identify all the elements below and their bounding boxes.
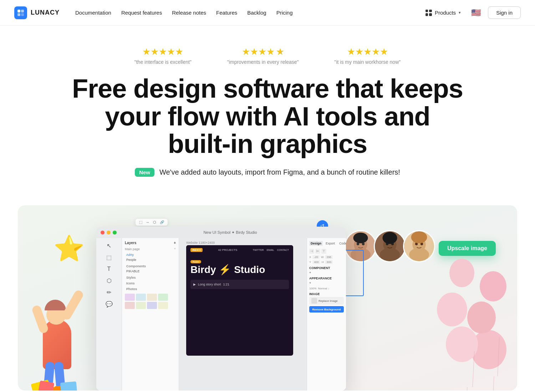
design-panel: Design Export Code ⊣ ⊢ ⊤ X xyxy=(307,238,346,391)
review-2: ★★★★★★ "improvements in every release" xyxy=(227,47,299,65)
face-circles-row xyxy=(347,230,435,262)
layer-pikable-text: PIKABLE xyxy=(126,269,140,273)
review-text-2: "improvements in every release" xyxy=(227,59,299,65)
add-page-button[interactable]: + xyxy=(174,247,176,251)
sidebar-panel: ↖ ⬚ T ⬡ ✏ 💬 xyxy=(96,238,122,391)
blend-value: Normal ↓ xyxy=(318,287,329,290)
projects-count: 42 PROJECTS xyxy=(218,248,238,252)
paper-blue xyxy=(60,381,77,391)
add-layer-button[interactable]: + xyxy=(174,241,176,245)
review-text-1: "the interface is excellent" xyxy=(134,59,192,65)
sidebar-frame[interactable]: ⬚ xyxy=(98,253,120,262)
image-thumb xyxy=(311,298,317,304)
align-buttons: ⊣ ⊢ ⊤ xyxy=(309,249,344,254)
h-value[interactable]: 300 xyxy=(325,260,332,264)
appearance-add-btn[interactable]: + xyxy=(309,281,311,285)
replace-image-label[interactable]: Replace Image xyxy=(319,299,338,303)
y-value[interactable]: 400 xyxy=(312,260,320,264)
titlebar-maximize[interactable] xyxy=(113,231,117,234)
hero-subtext: We've added auto layouts, import from Fi… xyxy=(159,168,400,176)
thumb-4 xyxy=(158,294,168,301)
reviews-row: ★★★★★ "the interface is excellent" ★★★★★… xyxy=(68,47,467,65)
sidebar-text[interactable]: T xyxy=(98,264,120,274)
design-tabs: Design Export Code xyxy=(309,241,344,246)
stars-3: ★★★★★ xyxy=(347,47,388,56)
products-grid-icon xyxy=(426,10,432,16)
component-add-btn[interactable]: + xyxy=(309,271,311,274)
thumb-7 xyxy=(147,302,157,309)
nav-links: Documentation Request features Release n… xyxy=(75,10,411,16)
language-flag[interactable]: 🇺🇸 xyxy=(470,9,482,17)
face-circle-3 xyxy=(403,230,435,262)
sign-in-button[interactable]: Sign in xyxy=(488,6,521,19)
chevron-down-icon: ▾ xyxy=(459,10,461,15)
svg-rect-1 xyxy=(21,10,24,12)
layer-people[interactable]: People xyxy=(125,257,176,262)
logo-icon xyxy=(14,6,27,19)
image-section-label: IMAGE xyxy=(309,292,344,296)
appearance-section-label: APPEARANCE xyxy=(309,277,344,280)
thumb-2 xyxy=(136,294,146,301)
toolbar-icon-3: ⬡ xyxy=(153,220,156,224)
align-center-btn[interactable]: ⊢ xyxy=(315,249,320,254)
x-value[interactable]: -20 xyxy=(312,255,320,259)
play-icon[interactable]: ▶ xyxy=(193,283,196,286)
nav-docs[interactable]: Documentation xyxy=(75,10,111,16)
component-add-row: + xyxy=(309,271,344,274)
svg-line-22 xyxy=(465,387,467,391)
svg-point-9 xyxy=(353,233,368,243)
video-time: 1:21 xyxy=(223,283,230,286)
layer-adrty[interactable]: Adrty xyxy=(125,252,176,257)
cursor-icon: ↖ xyxy=(107,242,111,249)
nav-features[interactable]: Features xyxy=(216,10,237,16)
align-right-btn[interactable]: ⊤ xyxy=(321,249,326,254)
app-window: New UI Symbol ✦ Birdy Studio ↖ ⬚ T ⬡ xyxy=(96,227,346,391)
email-link: EMAIL xyxy=(267,249,274,251)
nav-request[interactable]: Request features xyxy=(121,10,162,16)
nav-pricing[interactable]: Pricing xyxy=(276,10,293,16)
tab-code[interactable]: Code xyxy=(338,241,346,246)
w-value[interactable]: 396 xyxy=(325,255,332,259)
layer-pikable[interactable]: PIKABLE xyxy=(125,269,176,274)
toolbar-icon-2: ↔ xyxy=(146,220,149,224)
align-left-btn[interactable]: ⊣ xyxy=(309,249,314,254)
products-button[interactable]: Products ▾ xyxy=(423,8,464,17)
logo[interactable]: LUNACY xyxy=(14,6,60,19)
website-topbar: INDEX 42 PROJECTS TWITTER EMAIL CONTACT xyxy=(186,245,293,255)
studio-text: Studio xyxy=(234,264,265,275)
remove-bg-button[interactable]: Remove Background xyxy=(309,306,344,313)
sidebar-comment[interactable]: 💬 xyxy=(98,299,120,309)
sidebar-pen[interactable]: ✏ xyxy=(98,288,120,297)
thumb-8 xyxy=(158,302,168,309)
sidebar-shape[interactable]: ⬡ xyxy=(98,276,120,285)
thumb-1 xyxy=(125,294,135,301)
titlebar-close[interactable] xyxy=(101,231,105,234)
nav-backlog[interactable]: Backlog xyxy=(247,10,266,16)
remove-bg-label: Remove Background xyxy=(312,308,341,311)
layers-header: Layers + xyxy=(125,241,176,245)
review-3: ★★★★★ "it is my main workhorse now" xyxy=(334,47,401,65)
svg-rect-3 xyxy=(21,13,24,16)
review-text-3: "it is my main workhorse now" xyxy=(334,59,401,65)
nav-release[interactable]: Release notes xyxy=(172,10,206,16)
stars-2: ★★★★★★ xyxy=(242,47,284,56)
shape-icon: ⬡ xyxy=(107,277,112,284)
appearance-add-row: + xyxy=(309,281,344,285)
nav-right: Products ▾ 🇺🇸 Sign in xyxy=(423,6,521,19)
tab-export[interactable]: Export xyxy=(324,241,336,246)
logo-text: LUNACY xyxy=(31,9,60,16)
svg-rect-0 xyxy=(17,10,20,12)
app-preview: ⭐ xyxy=(18,205,517,391)
pen-icon: ✏ xyxy=(107,289,111,296)
video-section: ▶ Long story short 1:21 xyxy=(190,280,289,289)
contact-link: CONTACT xyxy=(277,249,289,251)
tab-design[interactable]: Design xyxy=(309,241,323,246)
svg-point-18 xyxy=(409,248,429,261)
titlebar-minimize[interactable] xyxy=(107,231,111,234)
hero-section: ★★★★★ "the interface is excellent" ★★★★★… xyxy=(54,26,482,205)
thumb-3 xyxy=(147,294,157,301)
layers-panel: Layers + Main page + Adrty People Compon… xyxy=(122,238,179,391)
svg-line-24 xyxy=(473,351,474,387)
sidebar-cursor[interactable]: ↖ xyxy=(98,241,120,251)
components-section: Components xyxy=(125,262,176,269)
